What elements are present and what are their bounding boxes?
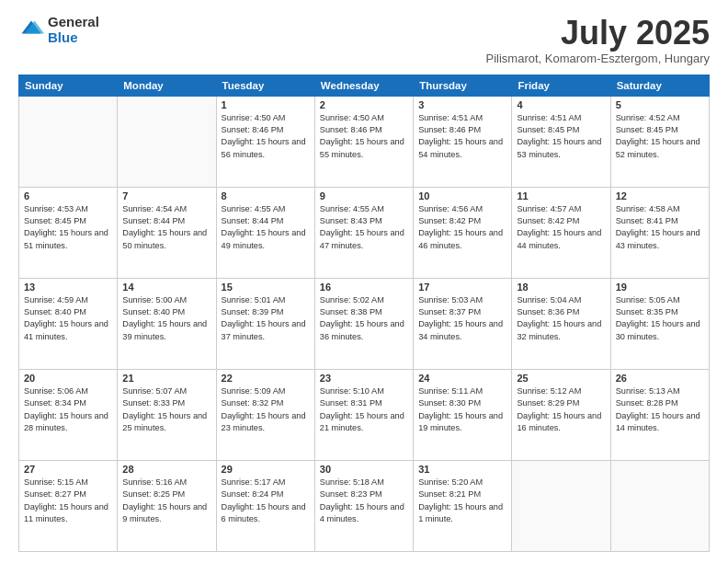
day-sunrise: Sunrise: 5:11 AMSunset: 8:30 PMDaylight:… (418, 386, 503, 432)
calendar: Sunday Monday Tuesday Wednesday Thursday… (18, 75, 710, 552)
calendar-cell-w5-d0: 27 Sunrise: 5:15 AMSunset: 8:27 PMDaylig… (19, 460, 118, 551)
day-sunrise: Sunrise: 5:00 AMSunset: 8:40 PMDaylight:… (122, 295, 207, 341)
day-number: 8 (222, 190, 310, 201)
main-title: July 2025 (486, 15, 710, 52)
day-number: 13 (24, 282, 112, 293)
day-number: 3 (418, 99, 506, 110)
day-sunrise: Sunrise: 4:53 AMSunset: 8:45 PMDaylight:… (24, 204, 108, 250)
calendar-cell-w5-d4: 31 Sunrise: 5:20 AMSunset: 8:21 PMDaylig… (414, 460, 512, 551)
calendar-cell-w4-d1: 21 Sunrise: 5:07 AMSunset: 8:33 PMDaylig… (118, 369, 216, 460)
day-sunrise: Sunrise: 4:51 AMSunset: 8:45 PMDaylight:… (517, 113, 601, 159)
calendar-cell-w3-d6: 19 Sunrise: 5:05 AMSunset: 8:35 PMDaylig… (610, 278, 709, 369)
day-sunrise: Sunrise: 5:02 AMSunset: 8:38 PMDaylight:… (320, 295, 404, 341)
day-sunrise: Sunrise: 5:03 AMSunset: 8:37 PMDaylight:… (418, 295, 503, 341)
day-sunrise: Sunrise: 5:09 AMSunset: 8:32 PMDaylight:… (222, 386, 306, 432)
calendar-cell-w3-d4: 17 Sunrise: 5:03 AMSunset: 8:37 PMDaylig… (414, 278, 512, 369)
day-sunrise: Sunrise: 5:13 AMSunset: 8:28 PMDaylight:… (616, 386, 700, 432)
day-number: 21 (122, 373, 210, 384)
day-sunrise: Sunrise: 5:20 AMSunset: 8:21 PMDaylight:… (418, 477, 503, 523)
day-sunrise: Sunrise: 4:50 AMSunset: 8:46 PMDaylight:… (320, 113, 404, 159)
day-number: 26 (616, 373, 704, 384)
day-number: 16 (320, 282, 408, 293)
day-sunrise: Sunrise: 4:52 AMSunset: 8:45 PMDaylight:… (616, 113, 700, 159)
day-sunrise: Sunrise: 5:17 AMSunset: 8:24 PMDaylight:… (222, 477, 306, 523)
col-sunday: Sunday (19, 75, 118, 96)
day-number: 18 (517, 282, 605, 293)
calendar-cell-w5-d6 (610, 460, 709, 551)
calendar-cell-w3-d2: 15 Sunrise: 5:01 AMSunset: 8:39 PMDaylig… (216, 278, 314, 369)
day-sunrise: Sunrise: 5:12 AMSunset: 8:29 PMDaylight:… (517, 386, 601, 432)
day-number: 28 (122, 464, 210, 475)
calendar-cell-w2-d4: 10 Sunrise: 4:56 AMSunset: 8:42 PMDaylig… (414, 187, 512, 278)
calendar-cell-w2-d0: 6 Sunrise: 4:53 AMSunset: 8:45 PMDayligh… (19, 187, 118, 278)
calendar-cell-w1-d0 (19, 96, 118, 187)
col-wednesday: Wednesday (314, 75, 413, 96)
day-sunrise: Sunrise: 5:06 AMSunset: 8:34 PMDaylight:… (24, 386, 108, 432)
day-sunrise: Sunrise: 4:56 AMSunset: 8:42 PMDaylight:… (418, 204, 503, 250)
calendar-cell-w1-d1 (118, 96, 216, 187)
day-number: 9 (320, 190, 408, 201)
day-sunrise: Sunrise: 4:55 AMSunset: 8:44 PMDaylight:… (222, 204, 306, 250)
day-sunrise: Sunrise: 4:57 AMSunset: 8:42 PMDaylight:… (517, 204, 601, 250)
calendar-cell-w1-d5: 4 Sunrise: 4:51 AMSunset: 8:45 PMDayligh… (512, 96, 610, 187)
calendar-cell-w4-d3: 23 Sunrise: 5:10 AMSunset: 8:31 PMDaylig… (314, 369, 413, 460)
col-friday: Friday (512, 75, 610, 96)
day-number: 6 (24, 190, 112, 201)
day-sunrise: Sunrise: 5:16 AMSunset: 8:25 PMDaylight:… (122, 477, 207, 523)
calendar-cell-w5-d5 (512, 460, 610, 551)
calendar-cell-w3-d5: 18 Sunrise: 5:04 AMSunset: 8:36 PMDaylig… (512, 278, 610, 369)
day-sunrise: Sunrise: 4:58 AMSunset: 8:41 PMDaylight:… (616, 204, 700, 250)
calendar-cell-w5-d3: 30 Sunrise: 5:18 AMSunset: 8:23 PMDaylig… (314, 460, 413, 551)
calendar-cell-w1-d2: 1 Sunrise: 4:50 AMSunset: 8:46 PMDayligh… (216, 96, 314, 187)
calendar-cell-w2-d3: 9 Sunrise: 4:55 AMSunset: 8:43 PMDayligh… (314, 187, 413, 278)
day-number: 15 (222, 282, 310, 293)
calendar-cell-w4-d6: 26 Sunrise: 5:13 AMSunset: 8:28 PMDaylig… (610, 369, 709, 460)
day-sunrise: Sunrise: 5:07 AMSunset: 8:33 PMDaylight:… (122, 386, 207, 432)
weekday-header-row: Sunday Monday Tuesday Wednesday Thursday… (19, 75, 710, 96)
day-number: 24 (418, 373, 506, 384)
day-sunrise: Sunrise: 4:54 AMSunset: 8:44 PMDaylight:… (122, 204, 207, 250)
calendar-cell-w1-d3: 2 Sunrise: 4:50 AMSunset: 8:46 PMDayligh… (314, 96, 413, 187)
day-number: 25 (517, 373, 605, 384)
col-thursday: Thursday (414, 75, 512, 96)
day-sunrise: Sunrise: 5:01 AMSunset: 8:39 PMDaylight:… (222, 295, 306, 341)
day-number: 22 (222, 373, 310, 384)
calendar-cell-w4-d0: 20 Sunrise: 5:06 AMSunset: 8:34 PMDaylig… (19, 369, 118, 460)
subtitle: Pilismarot, Komarom-Esztergom, Hungary (486, 52, 710, 65)
calendar-cell-w4-d2: 22 Sunrise: 5:09 AMSunset: 8:32 PMDaylig… (216, 369, 314, 460)
day-number: 4 (517, 99, 605, 110)
day-number: 23 (320, 373, 408, 384)
day-sunrise: Sunrise: 4:59 AMSunset: 8:40 PMDaylight:… (24, 295, 108, 341)
col-monday: Monday (118, 75, 216, 96)
calendar-cell-w2-d6: 12 Sunrise: 4:58 AMSunset: 8:41 PMDaylig… (610, 187, 709, 278)
day-sunrise: Sunrise: 5:04 AMSunset: 8:36 PMDaylight:… (517, 295, 601, 341)
calendar-cell-w2-d2: 8 Sunrise: 4:55 AMSunset: 8:44 PMDayligh… (216, 187, 314, 278)
logo-icon (18, 17, 44, 43)
calendar-cell-w1-d6: 5 Sunrise: 4:52 AMSunset: 8:45 PMDayligh… (610, 96, 709, 187)
calendar-cell-w2-d1: 7 Sunrise: 4:54 AMSunset: 8:44 PMDayligh… (118, 187, 216, 278)
calendar-cell-w3-d1: 14 Sunrise: 5:00 AMSunset: 8:40 PMDaylig… (118, 278, 216, 369)
calendar-cell-w3-d3: 16 Sunrise: 5:02 AMSunset: 8:38 PMDaylig… (314, 278, 413, 369)
week-row-1: 1 Sunrise: 4:50 AMSunset: 8:46 PMDayligh… (19, 96, 710, 187)
week-row-3: 13 Sunrise: 4:59 AMSunset: 8:40 PMDaylig… (19, 278, 710, 369)
logo-general: General (48, 15, 99, 30)
logo: General Blue (18, 15, 99, 45)
day-sunrise: Sunrise: 5:15 AMSunset: 8:27 PMDaylight:… (24, 477, 108, 523)
day-number: 19 (616, 282, 704, 293)
calendar-cell-w1-d4: 3 Sunrise: 4:51 AMSunset: 8:46 PMDayligh… (414, 96, 512, 187)
day-number: 20 (24, 373, 112, 384)
week-row-2: 6 Sunrise: 4:53 AMSunset: 8:45 PMDayligh… (19, 187, 710, 278)
day-number: 1 (222, 99, 310, 110)
day-number: 17 (418, 282, 506, 293)
page: General Blue July 2025 Pilismarot, Komar… (0, 0, 728, 563)
logo-text: General Blue (48, 15, 99, 45)
day-number: 14 (122, 282, 210, 293)
day-number: 7 (122, 190, 210, 201)
day-sunrise: Sunrise: 4:51 AMSunset: 8:46 PMDaylight:… (418, 113, 503, 159)
day-number: 29 (222, 464, 310, 475)
week-row-5: 27 Sunrise: 5:15 AMSunset: 8:27 PMDaylig… (19, 460, 710, 551)
logo-blue: Blue (48, 30, 99, 46)
day-number: 12 (616, 190, 704, 201)
day-number: 10 (418, 190, 506, 201)
title-area: July 2025 Pilismarot, Komarom-Esztergom,… (486, 15, 710, 65)
